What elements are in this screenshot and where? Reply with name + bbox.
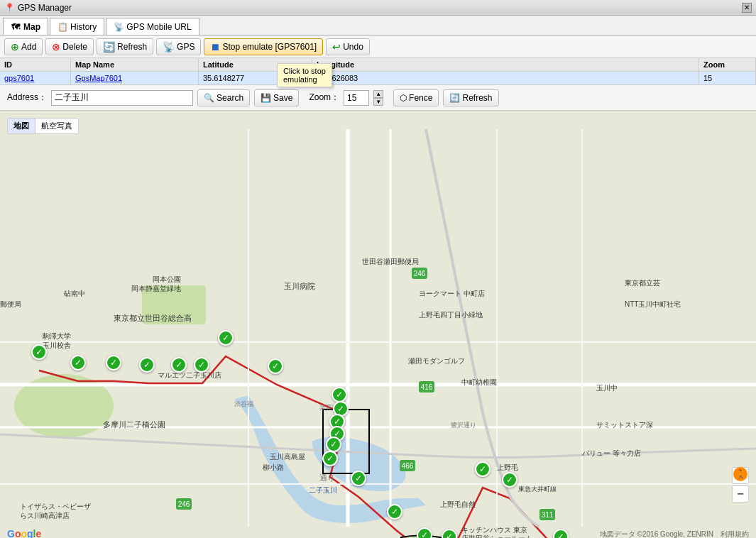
gps-marker[interactable]: ✓ bbox=[139, 357, 155, 373]
search-button[interactable]: 🔍 Search bbox=[197, 89, 250, 106]
gps-marker[interactable]: ✓ bbox=[326, 437, 341, 452]
tab-gps-mobile-url[interactable]: 📡 GPS Mobile URL bbox=[106, 18, 199, 35]
svg-text:バリュー 等々力店: バリュー 等々力店 bbox=[581, 449, 641, 457]
svg-text:店世田谷ショールーム: 店世田谷ショールーム bbox=[461, 534, 532, 538]
col-zoom: Zoom bbox=[699, 58, 756, 71]
window-title: GPS Manager bbox=[18, 3, 72, 13]
stop-emulate-button[interactable]: ⏹ Stop emulate [GPS7601] bbox=[204, 38, 323, 55]
svg-text:上野毛四丁目小緑地: 上野毛四丁目小緑地 bbox=[419, 311, 483, 319]
gps-marker[interactable]: ✓ bbox=[442, 529, 457, 538]
svg-text:玉川病院: 玉川病院 bbox=[284, 282, 315, 290]
svg-text:トイザらス・ベビーザ: トイザらス・ベビーザ bbox=[20, 503, 91, 510]
svg-rect-54 bbox=[412, 268, 427, 279]
google-logo: Google bbox=[7, 528, 41, 538]
address-input[interactable] bbox=[51, 90, 193, 106]
refresh-button[interactable]: 🔄 Refresh bbox=[97, 38, 153, 55]
add-button[interactable]: ⊕ Add bbox=[4, 38, 43, 55]
zoom-up-button[interactable]: ▲ bbox=[373, 90, 383, 98]
svg-text:玉川高島屋: 玉川高島屋 bbox=[270, 453, 305, 461]
map-background: 東京都立世田谷総合高 駒澤大学 玉川校舎 マルエツ二子玉川店 多摩川二子橋公園 … bbox=[0, 111, 756, 538]
svg-text:らス川崎高津店: らス川崎高津店 bbox=[20, 512, 70, 520]
map-svg: 東京都立世田谷総合高 駒澤大学 玉川校舎 マルエツ二子玉川店 多摩川二子橋公園 … bbox=[0, 111, 756, 538]
grid-row[interactable]: gps7601 GpsMap7601 35.6148277 139.626083… bbox=[0, 72, 756, 84]
gps-marker[interactable]: ✓ bbox=[417, 527, 432, 538]
address-bar: Address： 🔍 Search 💾 Save Zoom： ▲ ▼ ⬡ Fen… bbox=[0, 85, 756, 111]
tab-bar: 🗺 Map 📋 History 📡 GPS Mobile URL bbox=[0, 16, 756, 35]
address-label: Address： bbox=[7, 92, 47, 104]
map-area[interactable]: 東京都立世田谷総合高 駒澤大学 玉川校舎 マルエツ二子玉川店 多摩川二子橋公園 … bbox=[0, 111, 756, 538]
svg-text:サミットストア深: サミットストア深 bbox=[596, 421, 653, 429]
svg-text:416: 416 bbox=[421, 383, 433, 391]
gps-marker[interactable]: ✓ bbox=[268, 358, 283, 374]
tab-map[interactable]: 🗺 Map bbox=[3, 18, 48, 35]
svg-text:キッチンハウス 東京: キッチンハウス 東京 bbox=[461, 526, 527, 534]
delete-icon: ⊗ bbox=[52, 41, 60, 53]
svg-text:渋谷福: 渋谷福 bbox=[234, 400, 253, 407]
title-bar: 📍 GPS Manager ✕ bbox=[0, 0, 756, 16]
svg-text:246: 246 bbox=[178, 500, 190, 508]
gps-marker[interactable]: ✓ bbox=[332, 387, 347, 402]
svg-text:郵便局: 郵便局 bbox=[0, 300, 21, 308]
map-type-buttons: 地図 航空写真 bbox=[7, 118, 79, 134]
add-icon: ⊕ bbox=[11, 41, 19, 53]
svg-text:中町幼稚園: 中町幼稚園 bbox=[461, 378, 497, 386]
gps-marker[interactable]: ✓ bbox=[475, 461, 491, 477]
svg-text:駒澤大学: 駒澤大学 bbox=[42, 332, 71, 340]
gps-marker[interactable]: ✓ bbox=[106, 355, 121, 370]
map-copyright: 地図データ ©2016 Google, ZENRIN 利用規約 bbox=[600, 529, 749, 538]
svg-text:鷺沢通り: 鷺沢通り bbox=[451, 422, 476, 429]
svg-rect-0 bbox=[0, 129, 756, 527]
gps-marker[interactable]: ✓ bbox=[502, 472, 517, 488]
search-icon: 🔍 bbox=[204, 93, 214, 103]
gps-marker[interactable]: ✓ bbox=[218, 330, 234, 346]
svg-text:東京都立世田谷総合高: 東京都立世田谷総合高 bbox=[114, 314, 192, 322]
gps-marker[interactable]: ✓ bbox=[322, 451, 338, 466]
map-type-aerial[interactable]: 航空写真 bbox=[35, 119, 78, 133]
svg-text:砧南中: 砧南中 bbox=[63, 290, 85, 297]
zoom-input[interactable] bbox=[344, 90, 369, 106]
app-icon: 📍 bbox=[4, 3, 15, 13]
cell-id[interactable]: gps7601 bbox=[0, 72, 71, 84]
svg-text:瀬田モダンゴルフ: 瀬田モダンゴルフ bbox=[408, 357, 465, 365]
gps-button[interactable]: 📡 GPS bbox=[156, 38, 201, 55]
gps-marker[interactable]: ✓ bbox=[553, 529, 569, 538]
svg-text:上野毛: 上野毛 bbox=[497, 463, 518, 471]
svg-rect-58 bbox=[539, 509, 555, 520]
map-type-map[interactable]: 地図 bbox=[8, 119, 35, 133]
gps-marker[interactable]: ✓ bbox=[31, 344, 47, 360]
svg-rect-48 bbox=[176, 498, 192, 510]
stop-emulate-icon: ⏹ bbox=[210, 41, 220, 53]
svg-text:玉川中: 玉川中 bbox=[596, 384, 618, 392]
svg-rect-2 bbox=[142, 285, 206, 324]
gps-marker[interactable]: ✓ bbox=[70, 355, 86, 370]
toolbar: ⊕ Add ⊗ Delete 🔄 Refresh 📡 GPS ⏹ Stop em… bbox=[0, 35, 756, 58]
fence-icon: ⬡ bbox=[400, 93, 407, 103]
close-button[interactable]: ✕ bbox=[742, 3, 752, 13]
svg-text:岡本静嘉堂緑地: 岡本静嘉堂緑地 bbox=[131, 285, 181, 292]
svg-text:東急大井町線: 東急大井町線 bbox=[518, 485, 557, 493]
gps-marker[interactable]: ✓ bbox=[387, 504, 402, 520]
gps-marker[interactable]: ✓ bbox=[351, 471, 366, 486]
cell-map-name[interactable]: GpsMap7601 bbox=[71, 72, 199, 84]
gps-marker[interactable]: ✓ bbox=[171, 357, 187, 373]
gps-marker[interactable]: ✓ bbox=[194, 357, 209, 373]
svg-text:NTT玉川中町社宅: NTT玉川中町社宅 bbox=[625, 300, 681, 308]
pegman-icon[interactable]: 🚶 bbox=[733, 467, 747, 481]
svg-point-1 bbox=[14, 374, 114, 438]
svg-text:岡本公園: 岡本公園 bbox=[153, 275, 181, 283]
save-button[interactable]: 💾 Save bbox=[254, 89, 299, 106]
tab-history[interactable]: 📋 History bbox=[50, 18, 104, 35]
svg-text:世田谷瀬田郵便局: 世田谷瀬田郵便局 bbox=[362, 258, 419, 265]
svg-text:ヨークマート 中町店: ヨークマート 中町店 bbox=[419, 290, 485, 297]
fence-button[interactable]: ⬡ Fence bbox=[393, 89, 439, 106]
zoom-down-button[interactable]: ▼ bbox=[373, 98, 383, 106]
history-tab-icon: 📋 bbox=[57, 22, 67, 32]
svg-text:多摩川二子橋公園: 多摩川二子橋公園 bbox=[103, 420, 165, 429]
map-refresh-button[interactable]: 🔄 Refresh bbox=[443, 89, 498, 106]
zoom-out-button[interactable]: − bbox=[732, 485, 749, 503]
svg-text:466: 466 bbox=[402, 462, 414, 470]
grid-area: ID Map Name Latitude Longitude Zoom gps7… bbox=[0, 58, 756, 85]
undo-button[interactable]: ↩ Undo bbox=[326, 38, 370, 55]
zoom-label: Zoom： bbox=[309, 92, 339, 104]
delete-button[interactable]: ⊗ Delete bbox=[45, 38, 94, 55]
